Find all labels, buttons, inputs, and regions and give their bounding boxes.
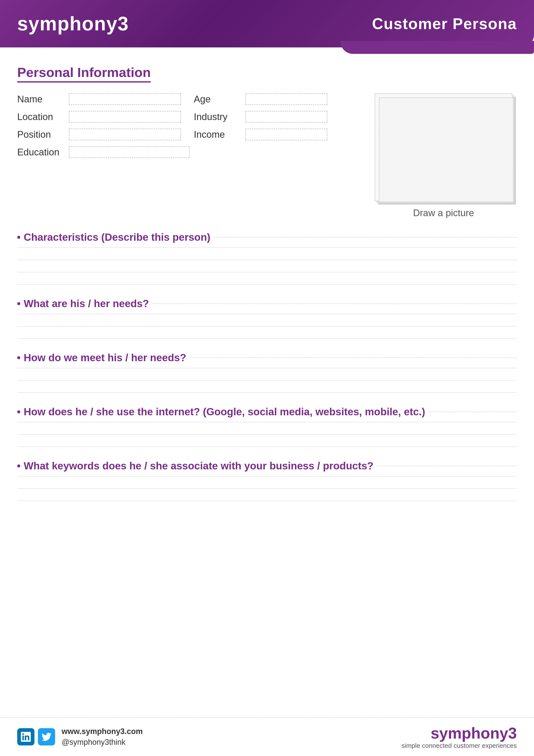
answer-line [17,314,517,314]
answer-line [17,247,517,248]
needs-dot [17,302,20,305]
internet-answer-lines [17,422,517,447]
answer-line [17,434,517,435]
keywords-dot [17,464,20,468]
footer-logo-text: symphony3 [431,724,517,742]
meet-needs-dashed-line [190,358,517,358]
name-pair: Name [17,93,181,105]
answer-line [17,446,517,447]
twitter-icon[interactable] [38,728,55,745]
income-label: Income [194,129,241,140]
footer-logo: symphony3 simple connected customer expe… [402,724,517,749]
draw-picture-label: Draw a picture [413,207,474,218]
internet-dashed-line [428,412,517,412]
location-label: Location [17,111,64,122]
needs-answer-lines [17,314,517,339]
answer-line [17,392,517,393]
meet-needs-section: How do we meet his / her needs? [17,352,517,393]
footer: www.symphony3.com @symphony3think sympho… [0,717,534,756]
keywords-dashed-line [377,466,517,466]
picture-box-wrapper: Draw a picture [370,93,517,218]
characteristics-dashed-line [214,237,517,237]
answer-line [17,272,517,272]
characteristics-header: Characteristics (Describe this person) [17,231,517,243]
education-row: Education [17,146,357,158]
keywords-header: What keywords does he / she associate wi… [17,460,517,472]
industry-label: Industry [194,111,241,122]
keywords-answer-lines [17,476,517,501]
answer-line [17,260,517,260]
industry-pair: Industry [194,111,357,122]
age-pair: Age [194,93,357,105]
internet-question: How does he / she use the internet? (Goo… [24,406,425,418]
linkedin-svg [21,732,31,742]
keywords-section: What keywords does he / she associate wi… [17,460,517,501]
position-income-row: Position Income [17,129,357,140]
personal-info-title: Personal Information [17,65,151,83]
meet-needs-question: How do we meet his / her needs? [24,352,186,364]
income-input[interactable] [245,129,327,140]
personal-info-fields: Name Age Location Industry [17,93,357,218]
answer-line [17,380,517,381]
characteristics-section: Characteristics (Describe this person) [17,231,517,285]
location-industry-row: Location Industry [17,111,357,122]
position-pair: Position [17,129,181,140]
keywords-question: What keywords does he / she associate wi… [24,460,373,472]
linkedin-icon[interactable] [17,728,35,745]
meet-needs-dot [17,356,20,359]
footer-left: www.symphony3.com @symphony3think [17,727,143,747]
characteristics-answer-lines [17,247,517,285]
picture-box[interactable] [375,93,513,201]
age-input[interactable] [245,93,327,105]
answer-line [17,338,517,339]
name-input[interactable] [69,93,181,105]
answer-line [17,284,517,285]
header-title: Customer Persona [372,15,517,33]
needs-dashed-line [152,304,517,304]
location-pair: Location [17,111,181,122]
social-icons [17,728,55,745]
age-label: Age [194,94,241,104]
answer-line [17,488,517,489]
education-label: Education [17,147,64,157]
position-label: Position [17,129,64,140]
footer-tagline: simple connected customer experiences [402,742,517,749]
industry-input[interactable] [245,111,327,122]
sections-container: Characteristics (Describe this person) W… [17,231,517,501]
footer-url: www.symphony3.com [62,727,143,736]
characteristics-dot [17,236,20,239]
answer-line [17,500,517,501]
header-logo: symphony3 [17,13,129,35]
name-age-row: Name Age [17,93,357,105]
answer-line [17,326,517,327]
income-pair: Income [194,129,357,140]
answer-line [17,422,517,422]
needs-question: What are his / her needs? [24,298,149,310]
header: symphony3 Customer Persona [0,0,534,47]
name-label: Name [17,94,64,104]
education-input[interactable] [69,146,190,158]
personal-info-container: Name Age Location Industry [17,93,517,218]
position-input[interactable] [69,129,181,140]
meet-needs-header: How do we meet his / her needs? [17,352,517,364]
picture-box-inner [379,97,514,202]
answer-line [17,368,517,368]
location-input[interactable] [69,111,181,122]
footer-contact: www.symphony3.com @symphony3think [62,727,143,747]
main-content: Personal Information Name Age Location [0,47,534,527]
needs-section: What are his / her needs? [17,298,517,339]
meet-needs-answer-lines [17,368,517,393]
internet-section: How does he / she use the internet? (Goo… [17,406,517,447]
twitter-svg [41,732,51,742]
internet-dot [17,410,20,413]
needs-header: What are his / her needs? [17,298,517,310]
characteristics-question: Characteristics (Describe this person) [24,231,210,243]
answer-line [17,476,517,476]
internet-header: How does he / she use the internet? (Goo… [17,406,517,418]
footer-handle: @symphony3think [62,738,143,747]
